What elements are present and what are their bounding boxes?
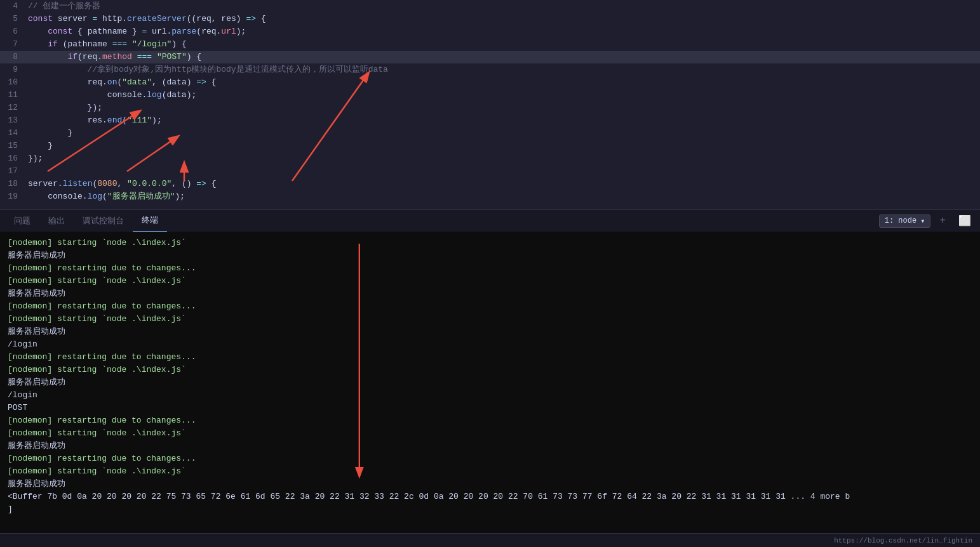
term-line-13: /login [8,389,972,402]
term-line-21: <Buffer 7b 0d 0a 20 20 20 20 22 75 73 65… [8,491,972,503]
tab-output[interactable]: 输出 [39,210,74,232]
code-line-4: 4 // 创建一个服务器 [0,0,980,13]
tab-problems[interactable]: 问题 [5,210,39,232]
code-line-15: 15 } [0,140,980,152]
term-line-1: [nodemon] starting `node .\index.js` [8,237,972,249]
term-line-11: [nodemon] starting `node .\index.js` [8,364,972,376]
code-line-10: 10 req.on("data", (data) => { [0,76,980,89]
code-line-18: 18 server.listen(8080, "0.0.0.0", () => … [0,178,980,190]
code-line-9: 9 //拿到body对象,因为http模块的body是通过流模式传入的，所以可以… [0,63,980,76]
term-line-17: 服务器启动成功 [8,440,972,452]
split-terminal-button[interactable]: ⬜ [955,213,975,228]
terminal-selector[interactable]: 1: node ▾ [879,214,931,228]
panel-right-controls: 1: node ▾ + ⬜ [879,213,975,228]
code-line-6: 6 const { pathname } = url.parse(req.url… [0,25,980,38]
term-line-3: [nodemon] restarting due to changes... [8,262,972,275]
term-line-9: /login [8,338,972,351]
code-lines: 4 // 创建一个服务器 5 const server = http.creat… [0,0,980,203]
code-line-12: 12 }); [0,102,980,114]
code-line-13: 13 res.end("111"); [0,114,980,127]
code-line-17: 17 [0,165,980,178]
status-bar: https://blog.csdn.net/lin_fightin [0,533,980,547]
code-line-11: 11 console.log(data); [0,89,980,102]
term-line-19: [nodemon] starting `node .\index.js` [8,465,972,478]
term-line-14: POST [8,402,972,414]
term-line-8: 服务器启动成功 [8,326,972,338]
code-line-16: 16 }); [0,152,980,165]
terminal-panel[interactable]: [nodemon] starting `node .\index.js` 服务器… [0,232,980,533]
code-line-8: 8 if(req.method === "POST") { [0,51,980,63]
term-line-6: [nodemon] restarting due to changes... [8,300,972,313]
term-line-15: [nodemon] restarting due to changes... [8,414,972,427]
term-line-4: [nodemon] starting `node .\index.js` [8,275,972,287]
term-line-20: 服务器启动成功 [8,478,972,491]
code-line-7: 7 if (pathname === "/login") { [0,38,980,51]
term-line-16: [nodemon] starting `node .\index.js` [8,427,972,440]
term-line-22: ] [8,503,972,516]
term-line-12: 服务器启动成功 [8,376,972,389]
term-line-18: [nodemon] restarting due to changes... [8,452,972,465]
code-editor: 4 // 创建一个服务器 5 const server = http.creat… [0,0,980,209]
tab-debug-console[interactable]: 调试控制台 [74,210,133,232]
term-line-5: 服务器启动成功 [8,287,972,300]
term-line-10: [nodemon] restarting due to changes... [8,351,972,364]
code-line-19: 19 console.log("服务器启动成功"); [0,190,980,203]
term-line-7: [nodemon] starting `node .\index.js` [8,313,972,326]
status-url: https://blog.csdn.net/lin_fightin [834,537,972,544]
term-line-2: 服务器启动成功 [8,249,972,262]
code-line-5: 5 const server = http.createServer((req,… [0,13,980,25]
chevron-down-icon: ▾ [920,216,925,226]
panel-tabs: 问题 输出 调试控制台 终端 1: node ▾ + ⬜ [0,209,980,232]
code-line-14: 14 } [0,127,980,140]
add-terminal-button[interactable]: + [936,214,950,228]
tab-terminal[interactable]: 终端 [133,210,167,232]
